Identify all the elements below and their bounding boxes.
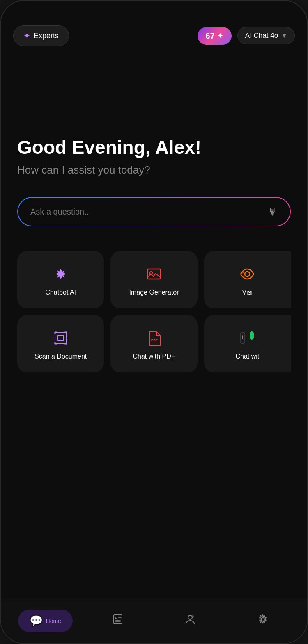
feature-card-image-generator[interactable]: Image Generator <box>110 251 197 308</box>
svg-rect-0 <box>147 269 161 279</box>
greeting-section: Good Evening, Alex! How can I assist you… <box>17 136 291 176</box>
bottom-nav: 💬 Home <box>1 598 307 643</box>
svg-point-24 <box>191 615 194 618</box>
scan-document-label: Scan a Document <box>34 353 87 360</box>
home-active-wrapper: 💬 Home <box>18 610 73 632</box>
search-input[interactable] <box>30 207 268 217</box>
home-label: Home <box>46 618 61 624</box>
nav-item-profile[interactable] <box>154 614 227 628</box>
feature-card-chatbot-ai[interactable]: Chatbot AI <box>17 251 104 308</box>
experts-label: Experts <box>34 32 59 40</box>
chat-with-label: Chat wit <box>235 353 259 360</box>
svg-rect-15 <box>250 331 254 340</box>
chevron-down-icon: ▼ <box>281 32 287 39</box>
image-generator-icon <box>146 266 162 282</box>
credits-sparkle-icon: ✦ <box>217 31 223 40</box>
feature-card-chat-pdf[interactable]: PDF Chat with PDF <box>110 315 197 372</box>
chatbot-ai-label: Chatbot AI <box>45 289 76 296</box>
profile-icon <box>184 614 196 628</box>
settings-icon <box>257 614 269 628</box>
microphone-icon[interactable]: 🎙 <box>268 206 278 217</box>
chatbot-icon <box>53 266 69 282</box>
search-input-inner: 🎙 <box>18 198 290 226</box>
scan-document-icon <box>53 330 69 346</box>
home-icon: 💬 <box>30 614 43 627</box>
sparkle-icon: ✦ <box>23 31 30 41</box>
svg-point-25 <box>261 618 264 621</box>
image-generator-label: Image Generator <box>129 289 179 296</box>
header-right: 67 ✦ AI Chat 4o ▼ <box>198 27 295 45</box>
credits-number: 67 <box>206 31 215 41</box>
nav-item-saved[interactable] <box>82 614 154 628</box>
svg-rect-19 <box>115 617 117 619</box>
feature-card-chat-with[interactable]: Chat wit <box>204 315 291 372</box>
search-container: 🎙 <box>17 197 291 226</box>
svg-point-1 <box>150 272 152 274</box>
vision-icon <box>239 266 255 282</box>
svg-rect-18 <box>114 615 122 624</box>
chat-pdf-label: Chat with PDF <box>133 353 175 360</box>
status-bar <box>1 1 307 21</box>
greeting-title: Good Evening, Alex! <box>17 136 291 159</box>
nav-item-settings[interactable] <box>227 614 299 628</box>
feature-card-vision[interactable]: Visi <box>204 251 291 308</box>
header: ✦ Experts 67 ✦ AI Chat 4o ▼ <box>1 21 307 54</box>
phone-frame: ✦ Experts 67 ✦ AI Chat 4o ▼ Good Evening… <box>0 0 308 644</box>
nav-item-home[interactable]: 💬 Home <box>9 610 82 632</box>
credits-badge[interactable]: 67 ✦ <box>198 27 232 45</box>
phone-screen: ✦ Experts 67 ✦ AI Chat 4o ▼ Good Evening… <box>1 1 307 643</box>
features-section: Chatbot AI Image Generator <box>17 251 291 372</box>
chat-with-icon <box>239 330 255 346</box>
model-selector-button[interactable]: AI Chat 4o ▼ <box>237 27 295 44</box>
saved-icon <box>112 614 124 628</box>
experts-button[interactable]: ✦ Experts <box>13 25 69 46</box>
features-grid: Chatbot AI Image Generator <box>17 251 291 372</box>
model-label: AI Chat 4o <box>245 32 278 40</box>
vision-label: Visi <box>242 289 253 296</box>
svg-text:PDF: PDF <box>151 338 158 342</box>
chat-pdf-icon: PDF <box>146 330 162 346</box>
search-input-wrapper: 🎙 <box>17 197 291 226</box>
greeting-subtitle: How can I assist you today? <box>17 164 291 176</box>
feature-card-scan-document[interactable]: Scan a Document <box>17 315 104 372</box>
main-content: Good Evening, Alex! How can I assist you… <box>1 54 307 598</box>
